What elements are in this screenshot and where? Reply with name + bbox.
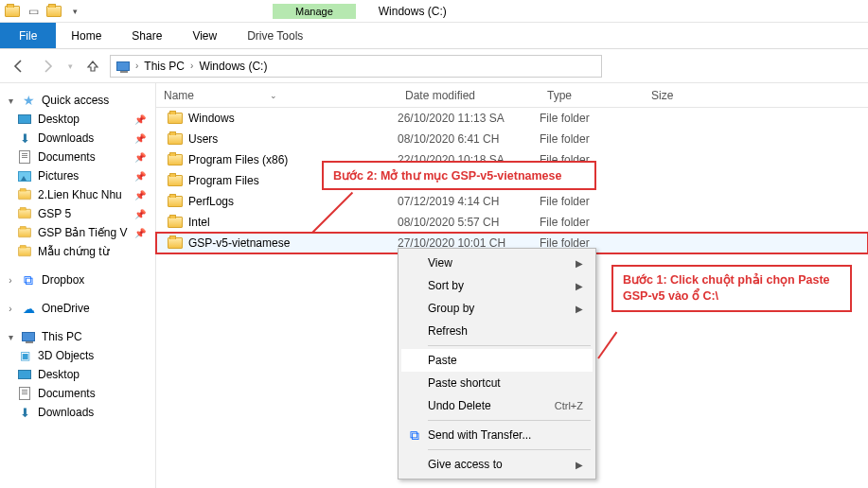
view-tab[interactable]: View	[177, 23, 232, 48]
sidebar-item-folder[interactable]: GSP Bản Tiếng V📌	[0, 223, 155, 242]
breadcrumb-thispc[interactable]: This PC	[142, 60, 186, 73]
sidebar-item-label: Desktop	[38, 113, 80, 126]
recent-dropdown-icon[interactable]: ▾	[64, 55, 76, 78]
menu-separator	[428, 420, 591, 421]
file-name: GSP-v5-vietnamese	[188, 236, 290, 250]
sidebar-item-folder[interactable]: GSP 5📌	[0, 204, 155, 223]
dropbox-icon: ⧉	[21, 272, 36, 288]
folder-icon	[4, 3, 21, 20]
sidebar-item-folder[interactable]: Mẫu chứng từ	[0, 242, 155, 261]
new-folder-icon[interactable]	[45, 3, 62, 20]
file-name: Program Files (x86)	[188, 153, 288, 166]
pictures-icon	[17, 168, 32, 183]
sidebar-item-folder[interactable]: 2.Lien Khuc Nhu📌	[0, 185, 155, 204]
menu-label: Refresh	[428, 324, 468, 338]
address-bar[interactable]: › This PC › Windows (C:)	[110, 55, 602, 78]
share-tab[interactable]: Share	[116, 23, 177, 48]
sidebar-item-label: Pictures	[38, 169, 79, 183]
sidebar-item-downloads[interactable]: ⬇Downloads📌	[0, 129, 155, 148]
sidebar-label: Dropbox	[42, 273, 84, 287]
table-row[interactable]: PerfLogs07/12/2019 4:14 CHFile folder	[156, 191, 868, 212]
annotation-step2: Bước 2: Mở thư mục GSP-v5-vietnamese	[322, 161, 596, 190]
document-icon	[17, 386, 32, 401]
menu-separator	[428, 449, 591, 450]
sidebar-item-desktop[interactable]: Desktop	[0, 365, 155, 384]
sidebar-dropbox[interactable]: ›⧉Dropbox	[0, 270, 155, 289]
chevron-right-icon[interactable]: ›	[6, 304, 15, 314]
pc-icon	[116, 59, 132, 74]
breadcrumb-drive[interactable]: Windows (C:)	[197, 60, 269, 73]
file-date: 26/10/2020 11:13 SA	[398, 112, 540, 125]
menu-undo-delete[interactable]: Undo DeleteCtrl+Z	[401, 394, 593, 417]
pin-icon: 📌	[134, 228, 146, 238]
chevron-right-icon[interactable]: ›	[135, 61, 138, 71]
title-bar: ▭ ▾ Manage Windows (C:)	[0, 0, 868, 23]
menu-view[interactable]: View▶	[401, 252, 593, 274]
dropbox-icon: ⧉	[407, 427, 422, 443]
menu-label: Undo Delete	[428, 399, 491, 412]
column-date[interactable]: Date modified	[398, 89, 540, 102]
chevron-down-icon[interactable]: ▾	[6, 332, 15, 342]
chevron-down-icon[interactable]: ▾	[6, 96, 15, 106]
menu-label: Paste shortcut	[428, 376, 501, 390]
menu-refresh[interactable]: Refresh	[401, 320, 593, 342]
menu-label: Paste	[428, 354, 457, 367]
sidebar-item-desktop[interactable]: Desktop📌	[0, 110, 155, 129]
pin-icon: 📌	[134, 209, 146, 219]
sidebar-item-label: GSP Bản Tiếng V	[38, 226, 128, 239]
up-arrow-icon[interactable]	[81, 55, 104, 78]
menu-label: Give access to	[428, 458, 503, 471]
sort-indicator-icon: ⌄	[270, 91, 277, 100]
file-tab[interactable]: File	[0, 23, 56, 48]
desktop-icon	[17, 112, 32, 127]
folder-icon	[17, 187, 32, 202]
sidebar-onedrive[interactable]: ›☁OneDrive	[0, 299, 155, 318]
sidebar-item-label: Downloads	[38, 406, 94, 419]
cube-icon: ▣	[17, 348, 32, 363]
download-icon: ⬇	[17, 405, 32, 420]
menu-paste-shortcut[interactable]: Paste shortcut	[401, 372, 593, 394]
folder-icon	[168, 217, 183, 228]
sidebar-item-pictures[interactable]: Pictures📌	[0, 166, 155, 185]
table-row[interactable]: Intel08/10/2020 5:57 CHFile folder	[156, 212, 868, 233]
menu-label: Sort by	[428, 279, 464, 292]
menu-sortby[interactable]: Sort by▶	[401, 274, 593, 297]
menu-groupby[interactable]: Group by▶	[401, 297, 593, 320]
sidebar-item-label: Desktop	[38, 368, 80, 381]
submenu-arrow-icon: ▶	[576, 281, 583, 291]
table-row[interactable]: Users08/10/2020 6:41 CHFile folder	[156, 129, 868, 149]
column-size[interactable]: Size	[644, 89, 719, 102]
sidebar-thispc[interactable]: ▾This PC	[0, 327, 155, 346]
column-name[interactable]: Name⌄	[156, 89, 398, 102]
column-type[interactable]: Type	[540, 89, 644, 102]
menu-send-transfer[interactable]: ⧉Send with Transfer...	[401, 424, 593, 446]
chevron-right-icon[interactable]: ›	[6, 275, 15, 286]
folder-icon	[17, 225, 32, 240]
menu-give-access[interactable]: Give access to▶	[401, 453, 593, 476]
pin-icon: 📌	[134, 133, 146, 144]
sidebar-item-downloads[interactable]: ⬇Downloads	[0, 403, 155, 422]
folder-icon	[168, 175, 183, 186]
forward-arrow-icon[interactable]	[36, 55, 59, 78]
file-date: 08/10/2020 5:57 CH	[398, 216, 540, 229]
manage-contextual-tab[interactable]: Manage	[273, 4, 356, 19]
drive-tools-tab[interactable]: Drive Tools	[232, 23, 318, 48]
menu-paste[interactable]: Paste	[401, 349, 593, 372]
properties-icon[interactable]: ▭	[25, 3, 42, 20]
back-arrow-icon[interactable]	[8, 55, 30, 78]
home-tab[interactable]: Home	[56, 23, 116, 48]
sidebar-item-3dobjects[interactable]: ▣3D Objects	[0, 346, 155, 365]
chevron-right-icon[interactable]: ›	[190, 61, 193, 71]
column-label: Name	[164, 89, 194, 102]
sidebar-item-documents[interactable]: Documents	[0, 384, 155, 403]
quick-access-toolbar: ▭ ▾	[0, 3, 87, 20]
file-name: Program Files	[188, 174, 259, 187]
file-name: Users	[188, 132, 218, 146]
file-type: File folder	[540, 112, 644, 125]
star-icon: ★	[21, 93, 36, 108]
table-row[interactable]: Windows26/10/2020 11:13 SAFile folder	[156, 108, 868, 129]
qat-dropdown-icon[interactable]: ▾	[66, 3, 83, 20]
sidebar-item-label: Downloads	[38, 131, 94, 145]
sidebar-quick-access[interactable]: ▾ ★ Quick access	[0, 91, 155, 110]
sidebar-item-documents[interactable]: Documents📌	[0, 148, 155, 166]
